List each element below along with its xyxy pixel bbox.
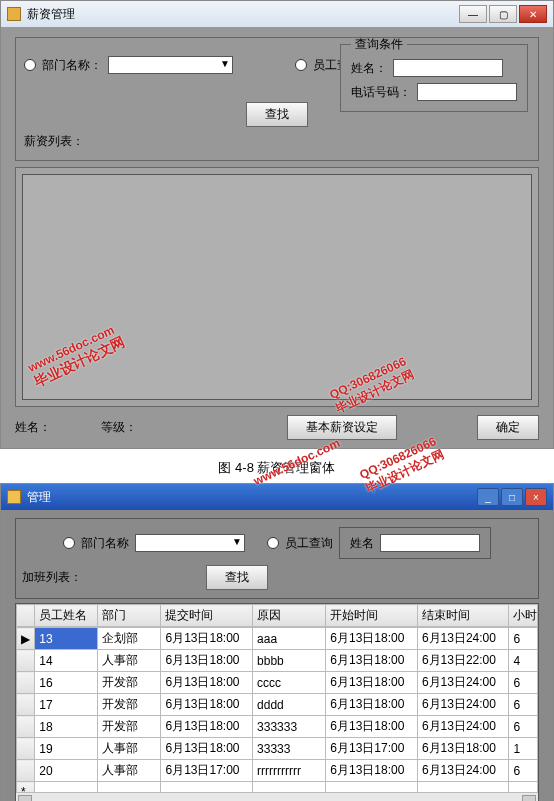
cell[interactable]: 18	[35, 716, 98, 738]
table-row[interactable]: 14人事部6月13日18:00bbbb6月13日18:006月13日22:004	[17, 650, 538, 672]
cell[interactable]: 6月13日17:00	[326, 738, 418, 760]
cell[interactable]: 6月13日17:00	[161, 760, 253, 782]
cell[interactable]	[161, 782, 253, 793]
dept-radio[interactable]	[63, 537, 75, 549]
cell[interactable]: 6月13日18:00	[417, 738, 509, 760]
cell[interactable]: aaa	[253, 628, 326, 650]
table-row[interactable]: 19人事部6月13日18:00333336月13日17:006月13日18:00…	[17, 738, 538, 760]
dept-radio[interactable]	[24, 59, 36, 71]
new-row-icon[interactable]: *	[17, 782, 35, 793]
cell[interactable]: 6月13日18:00	[326, 650, 418, 672]
name-input[interactable]	[393, 59, 503, 77]
close-button[interactable]: ✕	[519, 5, 547, 23]
row-header[interactable]	[17, 650, 35, 672]
cell[interactable]: 6月13日18:00	[326, 760, 418, 782]
cell[interactable]: 6月13日18:00	[161, 694, 253, 716]
cell[interactable]	[326, 782, 418, 793]
row-header[interactable]	[17, 672, 35, 694]
cell[interactable]	[417, 782, 509, 793]
cell[interactable]: 4	[509, 650, 538, 672]
cell[interactable]: 6	[509, 694, 538, 716]
cell[interactable]: 开发部	[98, 672, 161, 694]
cell[interactable]: bbbb	[253, 650, 326, 672]
emp-radio[interactable]	[267, 537, 279, 549]
cell[interactable]: 6	[509, 716, 538, 738]
cell[interactable]: 6	[509, 760, 538, 782]
cell[interactable]: 6月13日18:00	[326, 672, 418, 694]
scroll-left-icon[interactable]	[18, 795, 32, 802]
salary-list[interactable]	[22, 174, 532, 400]
table-row[interactable]: 16开发部6月13日18:00cccc6月13日18:006月13日24:006	[17, 672, 538, 694]
cell[interactable]: 6月13日18:00	[161, 716, 253, 738]
emp-radio[interactable]	[295, 59, 307, 71]
column-header[interactable]: 原因	[253, 605, 326, 627]
cell[interactable]: 333333	[253, 716, 326, 738]
cell[interactable]: 6月13日18:00	[161, 650, 253, 672]
cell[interactable]: 13	[35, 628, 98, 650]
cell[interactable]: 6月13日18:00	[161, 628, 253, 650]
table-row[interactable]: 18开发部6月13日18:003333336月13日18:006月13日24:0…	[17, 716, 538, 738]
ok-button[interactable]: 确定	[477, 415, 539, 440]
dept-combo[interactable]	[108, 56, 233, 74]
cell[interactable]: 6月13日22:00	[417, 650, 509, 672]
cell[interactable]: 人事部	[98, 650, 161, 672]
table-row-new[interactable]: *	[17, 782, 538, 793]
row-header[interactable]	[17, 738, 35, 760]
cell[interactable]: 开发部	[98, 716, 161, 738]
column-header[interactable]: 员工姓名	[35, 605, 98, 627]
cell[interactable]: 20	[35, 760, 98, 782]
cell[interactable]: cccc	[253, 672, 326, 694]
cell[interactable]	[98, 782, 161, 793]
cell[interactable]: 17	[35, 694, 98, 716]
cell[interactable]	[509, 782, 538, 793]
cell[interactable]	[253, 782, 326, 793]
minimize-button[interactable]: _	[477, 488, 499, 506]
search-button[interactable]: 查找	[246, 102, 308, 127]
table-row[interactable]: 20人事部6月13日17:00rrrrrrrrrrr6月13日18:006月13…	[17, 760, 538, 782]
cell[interactable]	[35, 782, 98, 793]
cell[interactable]: 6	[509, 672, 538, 694]
cell[interactable]: 33333	[253, 738, 326, 760]
column-header[interactable]: 小时	[509, 605, 538, 627]
cell[interactable]: 6	[509, 628, 538, 650]
overtime-grid[interactable]: 员工姓名部门提交时间原因开始时间结束时间小时 ▶13企划部6月13日18:00a…	[15, 603, 539, 801]
cell[interactable]: 企划部	[98, 628, 161, 650]
cell[interactable]: 开发部	[98, 694, 161, 716]
cell[interactable]: dddd	[253, 694, 326, 716]
column-header[interactable]: 开始时间	[326, 605, 418, 627]
maximize-button[interactable]: □	[501, 488, 523, 506]
column-header[interactable]: 提交时间	[161, 605, 253, 627]
cell[interactable]: 6月13日24:00	[417, 694, 509, 716]
row-header[interactable]	[17, 760, 35, 782]
cell[interactable]: 1	[509, 738, 538, 760]
cell[interactable]: 6月13日18:00	[326, 716, 418, 738]
cell[interactable]: 6月13日18:00	[326, 694, 418, 716]
table-row[interactable]: ▶13企划部6月13日18:00aaa6月13日18:006月13日24:006	[17, 628, 538, 650]
cell[interactable]: 人事部	[98, 760, 161, 782]
cell[interactable]: 6月13日24:00	[417, 716, 509, 738]
column-header[interactable]: 部门	[98, 605, 161, 627]
row-header[interactable]	[17, 716, 35, 738]
row-header[interactable]	[17, 694, 35, 716]
phone-input[interactable]	[417, 83, 517, 101]
scroll-right-icon[interactable]	[522, 795, 536, 802]
dept-combo[interactable]	[135, 534, 245, 552]
column-header[interactable]: 结束时间	[417, 605, 509, 627]
cell[interactable]: rrrrrrrrrrr	[253, 760, 326, 782]
name-input[interactable]	[380, 534, 480, 552]
cell[interactable]: 6月13日18:00	[161, 738, 253, 760]
cell[interactable]: 6月13日24:00	[417, 672, 509, 694]
grid-scrollbar[interactable]	[16, 792, 538, 801]
base-salary-settings-button[interactable]: 基本薪资设定	[287, 415, 397, 440]
cell[interactable]: 6月13日18:00	[161, 672, 253, 694]
cell[interactable]: 6月13日18:00	[326, 628, 418, 650]
maximize-button[interactable]: ▢	[489, 5, 517, 23]
cell[interactable]: 14	[35, 650, 98, 672]
cell[interactable]: 6月13日24:00	[417, 760, 509, 782]
row-header[interactable]: ▶	[17, 628, 35, 650]
cell[interactable]: 人事部	[98, 738, 161, 760]
table-row[interactable]: 17开发部6月13日18:00dddd6月13日18:006月13日24:006	[17, 694, 538, 716]
cell[interactable]: 6月13日24:00	[417, 628, 509, 650]
search-button[interactable]: 查找	[206, 565, 268, 590]
minimize-button[interactable]: —	[459, 5, 487, 23]
